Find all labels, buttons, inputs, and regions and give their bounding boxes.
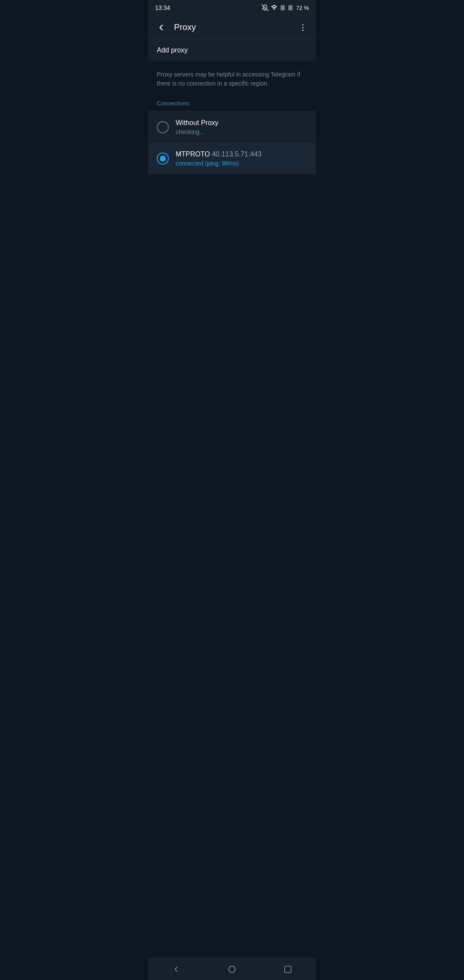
battery-text: 72 %	[296, 5, 309, 11]
svg-point-5	[302, 30, 304, 31]
connections-label: Connections	[157, 100, 189, 107]
wifi-icon	[270, 4, 278, 11]
radio-inner-mtproto	[160, 156, 166, 162]
svg-point-4	[302, 27, 304, 28]
back-button[interactable]	[152, 18, 171, 37]
sim-card-1-icon	[280, 4, 286, 11]
status-icons: 72 %	[262, 4, 309, 11]
proxy-status-without-proxy: checking…	[176, 129, 307, 135]
app-bar: Proxy	[148, 15, 316, 40]
proxy-status-mtproto: connected (ping: 98ms)	[176, 160, 307, 167]
connections-header: Connections	[148, 95, 316, 111]
notification-muted-icon	[262, 4, 269, 11]
svg-point-3	[302, 24, 304, 25]
overflow-menu-button[interactable]	[293, 18, 312, 37]
proxy-name-mtproto: MTPROTO 40.113.5.71:443	[176, 150, 307, 158]
proxy-item-mtproto[interactable]: MTPROTO 40.113.5.71:443 connected (ping:…	[148, 143, 316, 174]
status-bar: 13:34 72 %	[148, 0, 316, 15]
description-section: Proxy servers may be helpful in accessin…	[148, 61, 316, 95]
empty-content-area	[148, 175, 316, 346]
status-time: 13:34	[155, 4, 170, 11]
back-arrow-icon	[156, 23, 166, 32]
proxy-info-mtproto: MTPROTO 40.113.5.71:443 connected (ping:…	[176, 150, 307, 167]
description-text: Proxy servers may be helpful in accessin…	[157, 70, 307, 88]
radio-mtproto[interactable]	[157, 153, 169, 165]
page-title: Proxy	[174, 22, 293, 32]
sim-card-2-icon	[287, 4, 293, 11]
radio-without-proxy[interactable]	[157, 121, 169, 133]
add-proxy-button[interactable]: Add proxy	[148, 40, 316, 61]
svg-line-0	[262, 5, 269, 11]
add-proxy-label: Add proxy	[157, 46, 188, 54]
proxy-item-without-proxy[interactable]: Without Proxy checking…	[148, 112, 316, 143]
proxy-name-without-proxy: Without Proxy	[176, 119, 307, 127]
proxy-info-without-proxy: Without Proxy checking…	[176, 119, 307, 135]
more-options-icon	[298, 23, 308, 32]
